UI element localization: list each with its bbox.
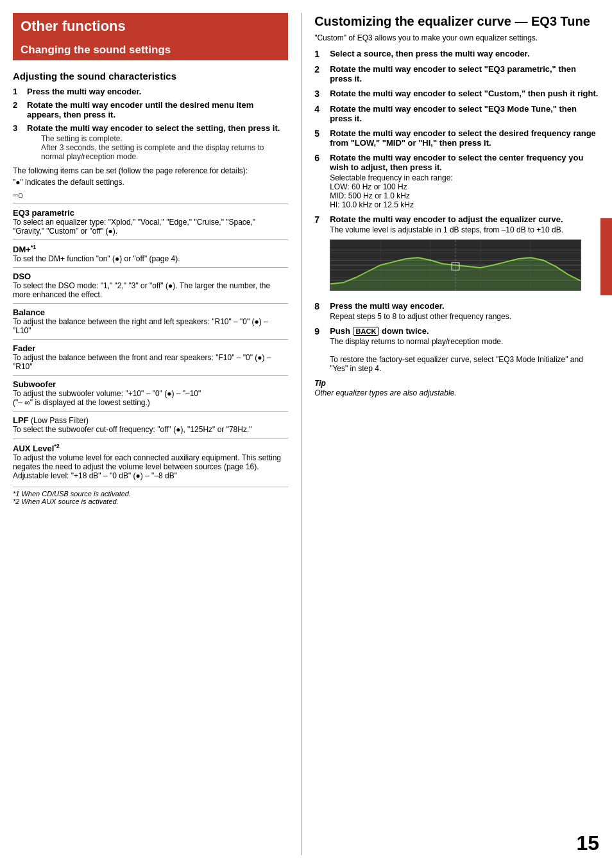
item-balance-title: Balance <box>13 308 45 317</box>
item-eq3: EQ3 parametric To select an equalizer ty… <box>13 208 288 236</box>
right-step-subtext-7: The volume level is adjustable in 1 dB s… <box>330 225 581 234</box>
item-eq3-title: EQ3 parametric <box>13 208 74 218</box>
item-lpf-suffix: (Low Pass Filter) <box>29 416 89 425</box>
item-aux-title: AUX Level*2 <box>13 444 60 453</box>
footnotes: *1 When CD/USB source is activated. *2 W… <box>13 487 288 505</box>
step-subtext-3: The setting is complete.After 3 seconds,… <box>41 134 288 161</box>
tip-title: Tip <box>314 379 326 388</box>
right-step-num-7: 7 <box>314 214 327 225</box>
item-dm: DM+*1 To set the DM+ function "on" (●) o… <box>13 244 288 263</box>
step-text-2: Rotate the multi way encoder until the d… <box>27 100 253 119</box>
eq-display <box>330 239 581 291</box>
right-steps-list: 1 Select a source, then press the multi … <box>314 49 599 373</box>
divider-2 <box>13 267 288 268</box>
divider-7 <box>13 438 288 438</box>
right-step-6: 6 Rotate the multi way encoder to select… <box>314 153 599 209</box>
right-step-4: 4 Rotate the multi way encoder to select… <box>314 104 599 123</box>
back-button-label: BACK <box>353 327 380 336</box>
red-sidebar-accent <box>600 218 612 295</box>
item-fader-title: Fader <box>13 343 35 353</box>
sub-header: Changing the sound settings <box>13 40 288 60</box>
right-step-text-8: Press the multi way encoder. <box>330 301 444 311</box>
right-section-title: Customizing the equalizer curve — EQ3 Tu… <box>314 13 599 30</box>
item-subwoofer: Subwoofer To adjust the subwoofer volume… <box>13 379 288 407</box>
item-subwoofer-body: To adjust the subwoofer volume: "+10" – … <box>13 389 288 407</box>
divider-6 <box>13 411 288 412</box>
left-column: Other functions Changing the sound setti… <box>13 13 302 855</box>
divider-3 <box>13 303 288 304</box>
right-step-5: 5 Rotate the multi way encoder to select… <box>314 128 599 148</box>
right-step-num-8: 8 <box>314 301 327 311</box>
footnote-1: *1 When CD/USB source is activated. <box>13 490 288 498</box>
right-step-text-5: Rotate the multi way encoder to select t… <box>330 128 596 148</box>
item-dso: DSO To select the DSO mode: "1," "2," "3… <box>13 272 288 299</box>
item-aux: AUX Level*2 To adjust the volume level f… <box>13 442 288 480</box>
item-dm-body: To set the DM+ function "on" (●) or "off… <box>13 254 288 263</box>
right-step-1: 1 Select a source, then press the multi … <box>314 49 599 59</box>
item-subwoofer-title: Subwoofer <box>13 379 56 389</box>
item-eq3-body: To select an equalizer type: "Xplod," "V… <box>13 218 288 236</box>
item-dso-body: To select the DSO mode: "1," "2," "3" or… <box>13 281 288 299</box>
right-step-num-1: 1 <box>314 49 327 59</box>
right-column: Customizing the equalizer curve — EQ3 Tu… <box>302 13 599 855</box>
right-step-num-6: 6 <box>314 153 327 163</box>
right-step-8: 8 Press the multi way encoder. Repeat st… <box>314 301 599 321</box>
item-aux-body: To adjust the volume level for each conn… <box>13 453 288 480</box>
right-step-subtext-6: Selectable frequency in each range:LOW: … <box>330 173 599 209</box>
right-step-text-6: Rotate the multi way encoder to select t… <box>330 153 583 172</box>
right-step-text-9: Push BACK down twice. <box>330 326 429 336</box>
right-step-text-1: Select a source, then press the multi wa… <box>330 49 529 58</box>
step-text-3: Rotate the multi way encoder to select t… <box>27 123 280 133</box>
right-step-num-5: 5 <box>314 128 327 139</box>
subheader-title: Changing the sound settings <box>21 44 171 56</box>
tip-body: Other equalizer types are also adjustabl… <box>314 388 456 397</box>
items-intro: The following items can be set (follow t… <box>13 166 288 175</box>
divider-top <box>13 204 288 204</box>
right-step-num-3: 3 <box>314 89 327 99</box>
step-num-1: 1 <box>13 87 24 96</box>
item-lpf: LPF (Low Pass Filter) To select the subw… <box>13 415 288 434</box>
footnote-2: *2 When AUX source is activated. <box>13 498 288 505</box>
right-intro: "Custom" of EQ3 allows you to make your … <box>314 33 599 42</box>
eq-grid <box>330 240 581 290</box>
divider-4 <box>13 339 288 340</box>
item-balance: Balance To adjust the balance between th… <box>13 308 288 335</box>
item-balance-body: To adjust the balance between the right … <box>13 317 288 335</box>
right-step-text-3: Rotate the multi way encoder to select "… <box>330 89 598 98</box>
right-step-subtext-8: Repeat steps 5 to 8 to adjust other freq… <box>330 312 511 321</box>
left-section-title: Adjusting the sound characteristics <box>13 71 288 82</box>
divider-5 <box>13 375 288 376</box>
item-lpf-body: To select the subwoofer cut-off frequenc… <box>13 425 288 434</box>
header-title: Other functions <box>21 18 126 34</box>
item-fader-body: To adjust the balance between the front … <box>13 353 288 371</box>
item-dm-title: DM+*1 <box>13 245 36 254</box>
page-number: 15 <box>576 831 599 855</box>
left-step-1: 1 Press the multi way encoder. <box>13 87 288 96</box>
step-num-3: 3 <box>13 123 24 133</box>
right-step-text-2: Rotate the multi way encoder to select "… <box>330 64 576 83</box>
right-step-3: 3 Rotate the multi way encoder to select… <box>314 89 599 99</box>
item-fader: Fader To adjust the balance between the … <box>13 343 288 371</box>
divider-1 <box>13 239 288 240</box>
item-dso-title: DSO <box>13 272 31 281</box>
right-step-num-2: 2 <box>314 64 327 74</box>
right-step-2: 2 Rotate the multi way encoder to select… <box>314 64 599 83</box>
right-step-subtext-9: The display returns to normal play/recep… <box>330 337 599 373</box>
step-text-1: Press the multi way encoder. <box>27 87 141 96</box>
item-lpf-title: LPF <box>13 415 29 425</box>
default-indicator: "●" indicates the default settings. <box>13 178 288 187</box>
right-step-7: 7 Rotate the multi way encoder to adjust… <box>314 214 599 296</box>
left-step-2: 2 Rotate the multi way encoder until the… <box>13 100 288 119</box>
left-step-3: 3 Rotate the multi way encoder to select… <box>13 123 288 161</box>
right-step-num-4: 4 <box>314 104 327 114</box>
main-header: Other functions <box>13 13 288 40</box>
right-step-num-9: 9 <box>314 326 327 336</box>
right-step-text-4: Rotate the multi way encoder to select "… <box>330 104 577 123</box>
right-step-9: 9 Push BACK down twice. The display retu… <box>314 326 599 373</box>
left-steps: 1 Press the multi way encoder. 2 Rotate … <box>13 87 288 161</box>
icon-symbol: ⎓⎔ <box>13 189 288 200</box>
tip-section: Tip Other equalizer types are also adjus… <box>314 378 599 397</box>
right-step-text-7: Rotate the multi way encoder to adjust t… <box>330 214 563 224</box>
step-num-2: 2 <box>13 100 24 110</box>
